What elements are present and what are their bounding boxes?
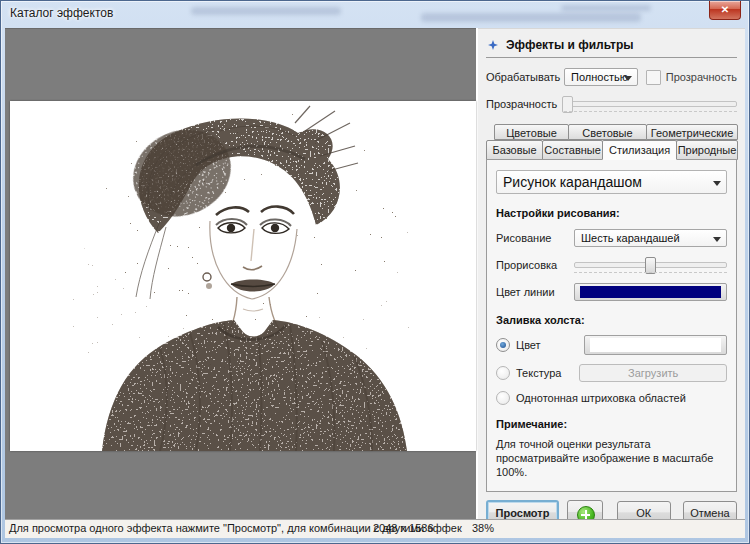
note-text: Для точной оценки результата просматрива… <box>496 437 726 479</box>
detail-slider[interactable] <box>574 257 727 273</box>
chevron-down-icon <box>713 181 721 186</box>
process-row: Обрабатывать Полностью Прозрачность <box>486 68 737 86</box>
tab-natural[interactable]: Природные <box>676 140 738 160</box>
detail-slider-ticks <box>574 272 727 273</box>
detail-row: Прорисовка <box>496 257 727 273</box>
titlebar-glass-artifact <box>421 13 641 22</box>
drawing-dropdown[interactable]: Шесть карандашей <box>574 229 727 247</box>
tab-basic[interactable]: Базовые <box>486 140 543 160</box>
category-tabs: Цветовые Световые Геометрические Базовые… <box>486 124 737 160</box>
tab-label: Стилизация <box>609 144 670 156</box>
tab-stylization[interactable]: Стилизация <box>602 140 677 160</box>
process-dropdown[interactable]: Полностью <box>564 68 638 86</box>
tab-label: Световые <box>582 127 632 139</box>
fill-hatch-radio[interactable] <box>496 391 510 405</box>
transparency-checkbox-row: Прозрачность <box>646 70 737 85</box>
fill-color-ctrl <box>584 335 727 355</box>
process-label: Обрабатывать <box>486 71 564 83</box>
drawing-settings-heading: Настройки рисования: <box>496 207 727 219</box>
tab-geometric[interactable]: Геометрические <box>646 124 738 140</box>
fill-color-radio[interactable] <box>496 338 510 352</box>
chevron-down-icon <box>713 237 721 242</box>
line-color-swatch <box>580 286 721 298</box>
close-button[interactable]: ✕ <box>709 1 741 20</box>
fill-texture-option: Текстура Загрузить <box>496 364 727 382</box>
status-bar: Для просмотра одного эффекта нажмите "Пр… <box>5 519 745 538</box>
drawing-label: Рисование <box>496 232 574 244</box>
tab-row-2: Базовые Составные Стилизация Природные <box>486 140 737 160</box>
tab-row-1: Цветовые Световые Геометрические <box>486 124 737 140</box>
fill-hatch-option: Однотонная штриховка областей <box>496 391 727 405</box>
transparency-checkbox[interactable] <box>646 70 661 85</box>
fill-texture-radio[interactable] <box>496 366 510 380</box>
process-dropdown-value: Полностью <box>571 71 628 83</box>
tab-light[interactable]: Световые <box>568 124 647 140</box>
effects-panel: Эффекты и фильтры Обрабатывать Полностью… <box>478 28 745 520</box>
transparency-row: Прозрачность <box>486 96 737 112</box>
client-area: Эффекты и фильтры Обрабатывать Полностью… <box>5 28 745 538</box>
tab-label: Цветовые <box>506 127 557 139</box>
titlebar-glass-artifact <box>191 7 341 15</box>
chevron-down-icon <box>624 76 632 81</box>
tab-composite[interactable]: Составные <box>542 140 603 160</box>
fill-texture-label: Текстура <box>516 367 561 379</box>
sparkle-icon <box>488 40 498 50</box>
drawing-dropdown-value: Шесть карандашей <box>581 232 680 244</box>
drawing-row: Рисование Шесть карандашей <box>496 229 727 247</box>
tab-label: Базовые <box>492 144 536 156</box>
fill-color-label: Цвет <box>516 339 541 351</box>
canvas-fill-heading: Заливка холста: <box>496 314 727 326</box>
stylization-tab-content: Рисунок карандашом Настройки рисования: … <box>486 159 737 492</box>
status-zoom-level: 38% <box>472 522 494 534</box>
transparency-slider[interactable] <box>564 96 737 112</box>
tab-label: Составные <box>544 144 601 156</box>
detail-label: Прорисовка <box>496 259 574 271</box>
preview-image <box>10 101 476 451</box>
effect-dropdown-value: Рисунок карандашом <box>503 174 642 190</box>
tab-color[interactable]: Цветовые <box>494 124 569 140</box>
preview-canvas <box>5 28 476 521</box>
fill-texture-ctrl: Загрузить <box>579 364 727 382</box>
effect-dropdown[interactable]: Рисунок карандашом <box>496 170 727 194</box>
transparency-slider-label: Прозрачность <box>486 98 564 110</box>
line-color-button[interactable] <box>574 283 727 301</box>
fill-color-button[interactable] <box>584 335 727 355</box>
fill-hatch-label: Однотонная штриховка областей <box>516 392 686 404</box>
line-color-row: Цвет линии <box>496 283 727 301</box>
tab-label: Геометрические <box>651 127 734 139</box>
transparency-slider-track[interactable] <box>564 101 737 107</box>
panel-title: Эффекты и фильтры <box>506 38 634 52</box>
status-image-size: 2048 x 1536 <box>373 522 434 534</box>
tab-label: Природные <box>678 144 737 156</box>
load-texture-button[interactable]: Загрузить <box>579 364 727 382</box>
canvas-color-swatch <box>590 338 721 352</box>
pencil-sketch-portrait <box>10 101 476 451</box>
window-title: Каталог эффектов <box>10 6 113 20</box>
titlebar-glass-artifact <box>561 5 651 11</box>
transparency-slider-ticks <box>564 111 737 112</box>
transparency-checkbox-label: Прозрачность <box>666 71 737 83</box>
close-icon: ✕ <box>721 4 729 15</box>
titlebar[interactable]: Каталог эффектов ✕ <box>1 1 749 28</box>
fill-color-option: Цвет <box>496 335 727 355</box>
note-heading: Примечание: <box>496 418 727 430</box>
line-color-label: Цвет линии <box>496 286 574 298</box>
panel-header: Эффекты и фильтры <box>486 35 737 58</box>
